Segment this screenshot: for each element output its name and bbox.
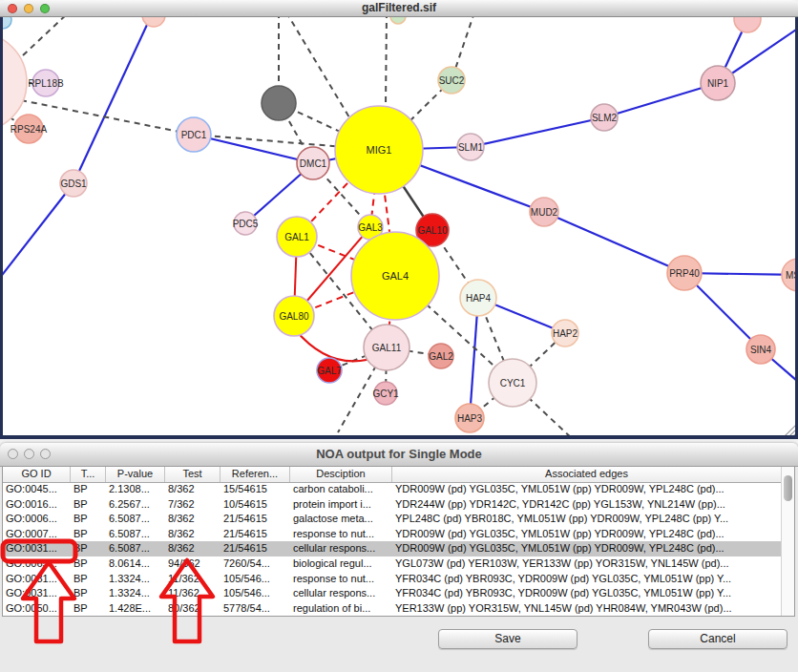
table-cell: GO:0031... xyxy=(3,586,71,601)
node-label: NIP1 xyxy=(707,78,729,89)
network-edge[interactable] xyxy=(286,17,355,127)
column-header-desciption[interactable]: Desciption xyxy=(290,467,392,482)
table-cell: 6.2567... xyxy=(106,497,165,513)
table-cell: BP xyxy=(71,586,106,601)
node-label: GAL1 xyxy=(284,232,309,242)
table-cell: GO:0031... xyxy=(3,541,71,556)
table-cell: YDR009W (pd) YGL035C, YML051W (pp) YDR00… xyxy=(392,541,781,556)
graph-window-title: galFiltered.sif xyxy=(0,1,798,14)
node-unlabeled[interactable] xyxy=(3,17,11,29)
graph-titlebar[interactable]: galFiltered.sif xyxy=(0,0,798,17)
cancel-button[interactable]: Cancel xyxy=(648,629,788,649)
node-unlabeled[interactable] xyxy=(734,17,761,32)
table-cell: 1.3324... xyxy=(106,586,165,601)
noa-window-title: NOA output for Single Mode xyxy=(0,447,798,461)
node-label: PRP40 xyxy=(669,268,700,279)
table-cell: BP xyxy=(71,556,106,572)
vertical-scrollbar[interactable] xyxy=(781,467,794,616)
node-label: GDS1 xyxy=(60,178,87,189)
network-edge[interactable] xyxy=(74,17,153,183)
node-unlabeled[interactable] xyxy=(390,17,406,24)
table-cell: biological regul... xyxy=(290,556,392,572)
node-label: SIN4 xyxy=(750,345,772,355)
network-edge[interactable] xyxy=(386,17,387,108)
table-cell: 105/546... xyxy=(220,572,290,587)
network-edge[interactable] xyxy=(194,135,313,163)
table-header-row[interactable]: GO IDT...P-valueTestReferen...Desciption… xyxy=(3,467,794,483)
node-label: PDC1 xyxy=(181,130,207,140)
table-cell: 6.5087... xyxy=(106,512,165,527)
node-label: SLM2 xyxy=(592,113,618,123)
network-edge[interactable] xyxy=(471,117,604,147)
node-label: GAL2 xyxy=(429,351,453,362)
table-cell: YDR009W (pd) YGL035C, YML051W (pp) YDR00… xyxy=(392,527,781,542)
node-label: GAL3 xyxy=(358,222,383,233)
resize-grip-icon[interactable] xyxy=(785,424,795,436)
table-cell: 15/54615 xyxy=(220,482,290,497)
node-label: RPL18B xyxy=(28,78,64,89)
table-cell: YDR009W (pd) YGL035C, YML051W (pp) YDR00… xyxy=(392,482,781,497)
table-cell: 8/362 xyxy=(165,482,220,497)
table-cell: cellular respons... xyxy=(290,586,392,601)
table-cell: YFR034C (pd) YBR093C, YDR009W (pd) YGL03… xyxy=(392,586,781,601)
table-cell: 1.428E... xyxy=(106,601,165,616)
column-header-referen-[interactable]: Referen... xyxy=(220,467,290,482)
table-cell: BP xyxy=(71,512,106,527)
column-header-p-value[interactable]: P-value xyxy=(106,467,165,482)
network-edge[interactable] xyxy=(23,17,69,55)
table-cell: GO:0007... xyxy=(3,527,71,542)
table-cell: response to nut... xyxy=(290,572,392,587)
column-header-t-[interactable]: T... xyxy=(71,467,106,482)
table-row[interactable]: GO:0050...BP1.428E...80/3625778/54...reg… xyxy=(3,601,794,616)
table-cell: 21/54615 xyxy=(220,541,290,556)
table-cell: 11/362 xyxy=(165,586,220,601)
graph-window: galFiltered.sif RPL18BRPS24AGDS1PDC1DMC1… xyxy=(0,0,798,439)
table-row[interactable]: GO:0045...BP2.1308...8/36215/54615carbon… xyxy=(3,482,794,497)
noa-titlebar[interactable]: NOA output for Single Mode xyxy=(0,443,798,467)
table-cell: 11/362 xyxy=(165,572,220,587)
node-label: GAL10 xyxy=(417,225,448,236)
node-label: GAL7 xyxy=(317,366,342,376)
table-row[interactable]: GO:0006...BP6.5087...8/36221/54615galact… xyxy=(3,512,794,527)
node-label: GCY1 xyxy=(372,388,399,399)
node-label: RPS24A xyxy=(10,124,48,135)
node-label: HAP3 xyxy=(457,413,483,424)
node-label: CYC1 xyxy=(500,378,526,388)
node-label: GAL11 xyxy=(372,343,402,353)
table-cell: 6.5087... xyxy=(106,527,165,542)
table-cell: BP xyxy=(71,572,106,587)
table-row[interactable]: GO:0016...BP6.2567...7/36210/54615protei… xyxy=(3,497,794,513)
save-button[interactable]: Save xyxy=(438,629,578,649)
network-edge[interactable] xyxy=(544,212,684,273)
node-label: SLM1 xyxy=(458,142,484,153)
network-canvas[interactable]: RPL18BRPS24AGDS1PDC1DMC1MIG1SUC2NIP1SLM2… xyxy=(0,17,798,439)
table-row[interactable]: GO:0007...BP6.5087...8/36221/54615respon… xyxy=(3,527,794,542)
network-edge[interactable] xyxy=(3,183,74,283)
table-cell: YGL073W (pd) YER103W, YER133W (pp) YOR31… xyxy=(392,556,781,572)
resize-grip-icon[interactable] xyxy=(793,432,795,436)
table-body: GO:0045...BP2.1308...8/36215/54615carbon… xyxy=(3,482,794,616)
table-cell: GO:0050... xyxy=(3,601,71,616)
scrollbar-thumb[interactable] xyxy=(784,475,792,501)
column-header-associated-edges[interactable]: Associated edges xyxy=(392,467,781,482)
column-header-test[interactable]: Test xyxy=(165,467,220,482)
table-row[interactable]: GO:0065...BP8.0614...94/3627260/54...bio… xyxy=(3,556,794,572)
table-cell: 105/546... xyxy=(220,586,290,601)
node-label: PDC5 xyxy=(233,219,259,229)
table-cell: 21/54615 xyxy=(220,512,290,527)
column-header-go-id[interactable]: GO ID xyxy=(3,467,71,482)
table-cell: cellular respons... xyxy=(290,541,392,556)
table-cell: 80/362 xyxy=(165,601,220,616)
table-row[interactable]: GO:0031...BP6.5087...8/36221/54615cellul… xyxy=(3,541,794,556)
table-cell: BP xyxy=(71,482,106,497)
table-cell: carbon cataboli... xyxy=(290,482,392,497)
node-unlabeled[interactable] xyxy=(262,86,296,120)
table-cell: YFR034C (pd) YBR093C, YDR009W (pd) YGL03… xyxy=(392,572,781,587)
table-cell: 6.5087... xyxy=(106,541,165,556)
table-cell: GO:0065... xyxy=(3,556,71,572)
table-row[interactable]: GO:0031...BP1.3324...11/362105/546...res… xyxy=(3,572,794,587)
table-cell: BP xyxy=(71,601,106,616)
table-cell: GO:0045... xyxy=(3,482,71,497)
table-cell: 7/362 xyxy=(165,497,220,513)
table-row[interactable]: GO:0031...BP1.3324...11/362105/546...cel… xyxy=(3,586,794,601)
